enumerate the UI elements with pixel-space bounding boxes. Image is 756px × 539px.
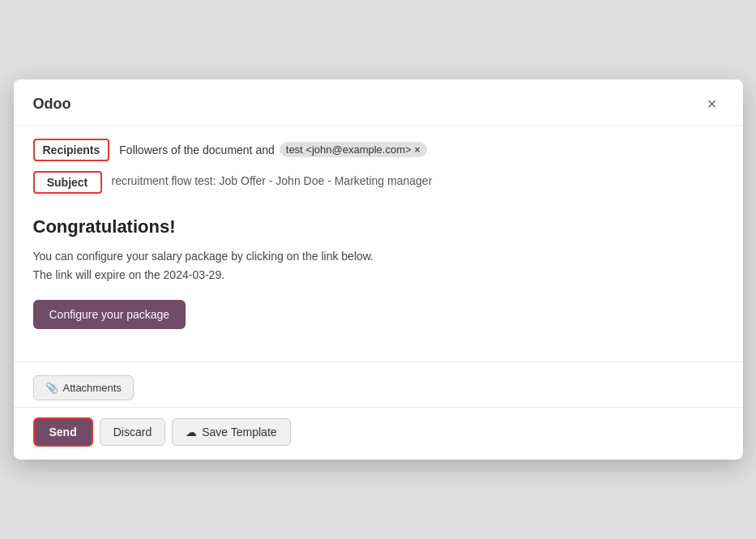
subject-row: Subject recruitment flow test: Job Offer…	[33, 171, 724, 194]
recipients-label: Recipients	[33, 139, 110, 161]
tag-email: test <john@example.com>	[286, 143, 412, 156]
save-template-label: Save Template	[202, 426, 276, 438]
email-body-line2: The link will expire on the 2024-03-29.	[33, 268, 225, 281]
configure-package-button[interactable]: Configure your package	[33, 300, 186, 329]
dialog-header: Odoo ×	[14, 79, 743, 126]
subject-label: Subject	[33, 171, 102, 194]
attachments-icon: 📎	[45, 382, 58, 394]
save-template-button[interactable]: ☁ Save Template	[172, 418, 290, 446]
close-button[interactable]: ×	[701, 92, 724, 115]
dialog-overlay: Odoo × Recipients Followers of the docum…	[0, 0, 756, 539]
dialog-body: Recipients Followers of the document and…	[14, 126, 743, 349]
recipients-row: Recipients Followers of the document and…	[33, 139, 724, 161]
email-dialog: Odoo × Recipients Followers of the docum…	[14, 79, 743, 460]
followers-text: Followers of the document and	[119, 143, 274, 156]
subject-value: recruitment flow test: Job Offer - John …	[112, 171, 433, 187]
recipients-value: Followers of the document and test <john…	[119, 139, 426, 157]
discard-button[interactable]: Discard	[100, 418, 165, 446]
email-body-line1: You can configure your salary package by…	[33, 250, 374, 263]
dialog-title: Odoo	[33, 96, 71, 113]
attachments-section: 📎 Attachments	[14, 361, 743, 407]
email-content: Congratulations! You can configure your …	[33, 203, 724, 336]
attachments-button[interactable]: 📎 Attachments	[33, 375, 134, 400]
action-buttons: Send Discard ☁ Save Template	[14, 407, 743, 460]
tag-remove-button[interactable]: ×	[415, 144, 421, 156]
recipient-tag: test <john@example.com> ×	[280, 142, 427, 157]
attachments-label: Attachments	[63, 382, 122, 394]
email-body: You can configure your salary package by…	[33, 247, 724, 284]
email-heading: Congratulations!	[33, 216, 724, 237]
save-template-icon: ☁	[186, 426, 197, 438]
send-button[interactable]: Send	[33, 417, 93, 447]
